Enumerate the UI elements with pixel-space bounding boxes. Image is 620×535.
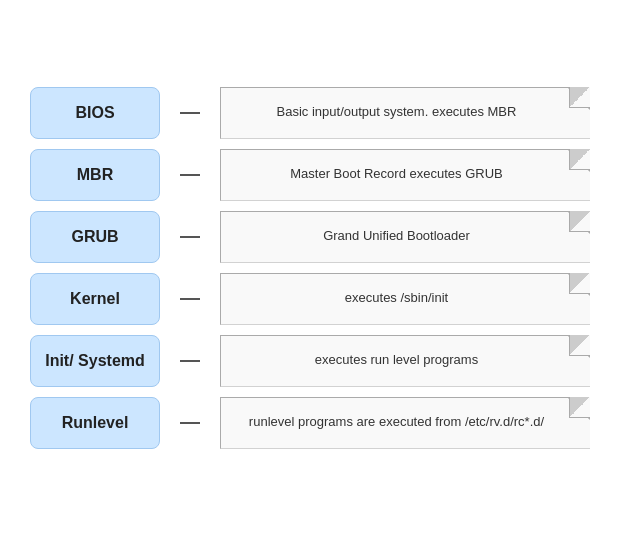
label-bios: BIOS <box>30 87 160 139</box>
label-grub: GRUB <box>30 211 160 263</box>
row-bios: BIOSBasic input/output system. executes … <box>30 87 590 139</box>
row-kernel: Kernelexecutes /sbin/init <box>30 273 590 325</box>
note-wrapper-mbr: Master Boot Record executes GRUB <box>220 149 590 201</box>
row-init: Init/ Systemdexecutes run level programs <box>30 335 590 387</box>
note-text-kernel: executes /sbin/init <box>345 289 448 307</box>
note-text-mbr: Master Boot Record executes GRUB <box>290 165 502 183</box>
label-init: Init/ Systemd <box>30 335 160 387</box>
note-bios: Basic input/output system. executes MBR <box>220 87 590 139</box>
label-mbr: MBR <box>30 149 160 201</box>
row-mbr: MBRMaster Boot Record executes GRUB <box>30 149 590 201</box>
note-text-init: executes run level programs <box>315 351 478 369</box>
connector-runlevel <box>180 422 200 424</box>
label-runlevel: Runlevel <box>30 397 160 449</box>
note-text-runlevel: runlevel programs are executed from /etc… <box>249 413 544 431</box>
connector-bios <box>180 112 200 114</box>
note-text-grub: Grand Unified Bootloader <box>323 227 470 245</box>
connector-kernel <box>180 298 200 300</box>
connector-mbr <box>180 174 200 176</box>
note-wrapper-bios: Basic input/output system. executes MBR <box>220 87 590 139</box>
label-kernel: Kernel <box>30 273 160 325</box>
row-runlevel: Runlevelrunlevel programs are executed f… <box>30 397 590 449</box>
note-wrapper-grub: Grand Unified Bootloader <box>220 211 590 263</box>
connector-grub <box>180 236 200 238</box>
note-text-bios: Basic input/output system. executes MBR <box>277 103 517 121</box>
note-grub: Grand Unified Bootloader <box>220 211 590 263</box>
note-kernel: executes /sbin/init <box>220 273 590 325</box>
note-runlevel: runlevel programs are executed from /etc… <box>220 397 590 449</box>
note-wrapper-init: executes run level programs <box>220 335 590 387</box>
row-grub: GRUBGrand Unified Bootloader <box>30 211 590 263</box>
note-init: executes run level programs <box>220 335 590 387</box>
connector-init <box>180 360 200 362</box>
note-wrapper-runlevel: runlevel programs are executed from /etc… <box>220 397 590 449</box>
note-mbr: Master Boot Record executes GRUB <box>220 149 590 201</box>
note-wrapper-kernel: executes /sbin/init <box>220 273 590 325</box>
boot-diagram: BIOSBasic input/output system. executes … <box>20 75 600 461</box>
